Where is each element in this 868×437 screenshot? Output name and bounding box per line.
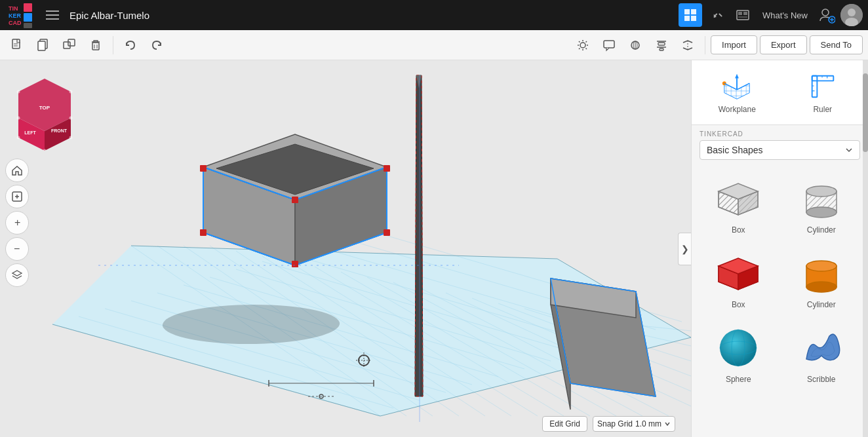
shape-item-cylinder-orange[interactable]: Cylinder bbox=[783, 245, 861, 314]
ruler-btn[interactable]: Ruler bbox=[783, 66, 863, 119]
import-btn[interactable]: Import bbox=[711, 35, 757, 54]
svg-rect-8 bbox=[46, 14, 59, 16]
whats-new-btn[interactable]: What's New bbox=[757, 8, 813, 23]
send-to-btn[interactable]: Send To bbox=[810, 35, 863, 54]
shape-label-3: Cylinder bbox=[807, 300, 836, 309]
shapes-grid: Box Cylinder bbox=[692, 162, 868, 397]
workplane-btn[interactable]: Workplane bbox=[697, 66, 778, 119]
shape-thumb-cylinder-orange bbox=[795, 250, 848, 296]
shape-label-1: Cylinder bbox=[807, 225, 836, 235]
svg-rect-7 bbox=[46, 10, 59, 12]
viewport[interactable]: TOP LEFT FRONT bbox=[0, 60, 691, 437]
shape-item-sphere[interactable]: Sphere bbox=[700, 320, 778, 389]
svg-rect-5 bbox=[24, 13, 32, 22]
redo-btn[interactable] bbox=[145, 33, 168, 57]
shape-item-box-red[interactable]: Box bbox=[700, 245, 778, 314]
svg-point-167 bbox=[806, 261, 837, 271]
top-nav: TIN KER CAD Epic Albar-Tumelo What's New bbox=[0, 0, 868, 30]
svg-point-19 bbox=[822, 9, 829, 16]
light-btn[interactable] bbox=[571, 33, 595, 57]
svg-rect-97 bbox=[200, 229, 207, 236]
fit-view-btn[interactable] bbox=[5, 185, 29, 208]
shape-thumb-cylinder-grey bbox=[795, 176, 848, 221]
scrollbar-thumb[interactable] bbox=[863, 73, 868, 152]
add-user-btn[interactable] bbox=[816, 4, 838, 26]
mirror-btn[interactable] bbox=[623, 33, 647, 57]
shape-thumb-sphere bbox=[712, 325, 764, 371]
scrollbar-track bbox=[863, 60, 868, 437]
nav-cube[interactable]: TOP LEFT FRONT bbox=[5, 66, 84, 151]
svg-rect-32 bbox=[68, 39, 75, 46]
collapse-panel-btn[interactable]: ❯ bbox=[678, 233, 691, 265]
new-btn[interactable] bbox=[5, 33, 29, 57]
export-btn[interactable]: Export bbox=[760, 35, 807, 54]
delete-btn[interactable] bbox=[84, 33, 108, 57]
svg-text:KER: KER bbox=[9, 12, 22, 19]
svg-point-169 bbox=[720, 330, 757, 366]
layers-btn[interactable] bbox=[5, 263, 29, 287]
svg-rect-6 bbox=[24, 23, 32, 28]
duplicate-btn[interactable] bbox=[58, 33, 81, 57]
svg-point-130 bbox=[69, 117, 73, 120]
shape-label-4: Sphere bbox=[726, 375, 751, 384]
align-btn[interactable] bbox=[650, 33, 673, 57]
svg-rect-4 bbox=[24, 3, 32, 12]
workplane-label: Workplane bbox=[719, 105, 756, 114]
svg-marker-137 bbox=[12, 271, 22, 276]
flip-btn[interactable] bbox=[676, 33, 700, 57]
ruler-label: Ruler bbox=[813, 105, 832, 114]
undo-btn[interactable] bbox=[119, 33, 142, 57]
svg-point-36 bbox=[580, 43, 585, 48]
sep1 bbox=[113, 36, 113, 54]
design-view-btn[interactable] bbox=[679, 3, 702, 27]
zoom-in-btn[interactable]: + bbox=[5, 211, 29, 235]
svg-point-161 bbox=[806, 207, 837, 218]
right-panel: Workplane Ruler Tinke bbox=[691, 60, 868, 437]
svg-point-24 bbox=[848, 9, 856, 16]
code-view-btn[interactable] bbox=[705, 3, 728, 27]
svg-line-42 bbox=[586, 48, 587, 49]
svg-text:FRONT: FRONT bbox=[51, 128, 68, 133]
svg-text:TIN: TIN bbox=[9, 5, 18, 12]
shape-item-cylinder-grey[interactable]: Cylinder bbox=[783, 170, 861, 240]
svg-rect-31 bbox=[64, 42, 70, 48]
edit-grid-btn[interactable]: Edit Grid bbox=[542, 416, 587, 432]
svg-point-127 bbox=[17, 90, 20, 94]
tinkercad-logo[interactable]: TIN KER CAD bbox=[5, 0, 35, 30]
menu-icon-btn[interactable] bbox=[41, 3, 64, 27]
svg-rect-14 bbox=[719, 13, 722, 17]
svg-text:TOP: TOP bbox=[39, 105, 50, 111]
avatar[interactable] bbox=[840, 4, 863, 26]
svg-text:LEFT: LEFT bbox=[24, 130, 36, 135]
shape-label-5: Scribble bbox=[807, 375, 835, 384]
svg-rect-50 bbox=[658, 43, 665, 45]
svg-rect-13 bbox=[691, 16, 696, 21]
toolbar: Import Export Send To bbox=[0, 30, 868, 60]
main: TOP LEFT FRONT bbox=[0, 60, 868, 437]
shape-item-box-grey[interactable]: Box bbox=[700, 170, 778, 240]
svg-point-133 bbox=[69, 136, 73, 140]
comment-btn[interactable] bbox=[597, 33, 621, 57]
shape-item-scribble[interactable]: Scribble bbox=[783, 320, 861, 389]
svg-text:+: + bbox=[14, 217, 20, 228]
scene-svg bbox=[0, 60, 691, 437]
snap-grid-label: Snap Grid bbox=[597, 419, 633, 428]
svg-rect-12 bbox=[684, 16, 690, 21]
svg-point-160 bbox=[806, 186, 837, 197]
home-btn[interactable] bbox=[5, 159, 29, 182]
project-name: Epic Albar-Tumelo bbox=[69, 10, 673, 21]
gallery-btn[interactable] bbox=[731, 3, 755, 27]
shape-thumb-scribble bbox=[795, 325, 848, 371]
toolbar-right: Import Export Send To bbox=[571, 33, 863, 57]
svg-rect-99 bbox=[384, 229, 390, 236]
snap-grid-control[interactable]: Snap Grid 1.0 mm bbox=[593, 416, 675, 432]
shapes-dropdown[interactable]: Basic Shapes bbox=[700, 140, 860, 160]
svg-rect-52 bbox=[660, 48, 663, 50]
svg-text:CAD: CAD bbox=[9, 20, 22, 26]
copy-btn[interactable] bbox=[31, 33, 55, 57]
svg-rect-98 bbox=[292, 261, 298, 267]
svg-rect-145 bbox=[812, 76, 833, 81]
svg-rect-45 bbox=[604, 41, 614, 48]
zoom-out-btn[interactable]: − bbox=[5, 237, 29, 261]
svg-rect-33 bbox=[92, 43, 99, 50]
